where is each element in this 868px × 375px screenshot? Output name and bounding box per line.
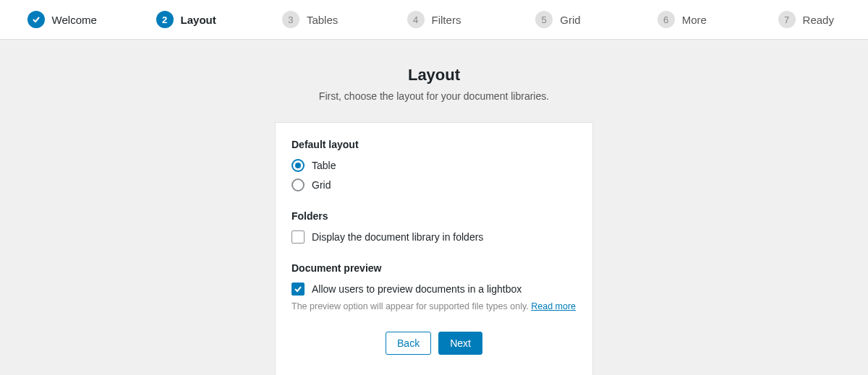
step-number: 5 [535, 11, 553, 28]
step-filters[interactable]: 4 Filters [372, 11, 495, 28]
check-icon [27, 11, 45, 28]
next-button[interactable]: Next [438, 332, 482, 355]
section-title: Default layout [292, 139, 576, 150]
button-row: Back Next [292, 332, 576, 355]
read-more-link[interactable]: Read more [531, 301, 576, 311]
radio-icon [292, 159, 305, 172]
step-layout[interactable]: 2 Layout [124, 11, 247, 28]
step-label: Tables [307, 14, 338, 26]
back-button[interactable]: Back [386, 332, 431, 355]
step-number: 3 [282, 11, 299, 28]
section-title: Document preview [292, 262, 576, 274]
preview-section: Document preview Allow users to preview … [292, 262, 576, 311]
step-welcome[interactable]: Welcome [0, 11, 124, 28]
section-title: Folders [292, 210, 576, 222]
step-label: Ready [803, 14, 834, 26]
step-grid[interactable]: 5 Grid [496, 11, 620, 28]
page-content: Layout First, choose the layout for your… [0, 40, 868, 375]
step-number: 2 [156, 11, 174, 28]
default-layout-section: Default layout Table Grid [292, 139, 576, 191]
check-icon [292, 283, 305, 296]
step-label: Filters [432, 14, 461, 26]
step-label: More [682, 14, 707, 26]
checkbox-icon [292, 230, 305, 243]
step-label: Welcome [52, 14, 97, 26]
step-label: Layout [181, 14, 216, 26]
page-subtitle: First, choose the layout for your docume… [0, 90, 868, 102]
step-ready[interactable]: 7 Ready [744, 11, 868, 28]
settings-card: Default layout Table Grid Folders Displa… [275, 122, 593, 375]
checkbox-folders[interactable]: Display the document library in folders [292, 230, 576, 243]
helper-text-body: The preview option will appear for suppo… [292, 301, 531, 311]
helper-text: The preview option will appear for suppo… [292, 301, 576, 311]
radio-icon [292, 178, 305, 191]
step-number: 7 [778, 11, 796, 28]
step-tables[interactable]: 3 Tables [248, 11, 372, 28]
step-number: 4 [407, 11, 425, 28]
step-label: Grid [560, 14, 580, 26]
step-more[interactable]: 6 More [620, 11, 744, 28]
radio-table[interactable]: Table [292, 159, 576, 172]
folders-section: Folders Display the document library in … [292, 210, 576, 243]
radio-label: Table [312, 160, 336, 171]
radio-grid[interactable]: Grid [292, 178, 576, 191]
step-number: 6 [658, 11, 675, 28]
checkbox-preview[interactable]: Allow users to preview documents in a li… [292, 283, 576, 296]
radio-label: Grid [312, 179, 331, 191]
page-title: Layout [0, 66, 868, 85]
stepper: Welcome 2 Layout 3 Tables 4 Filters 5 Gr… [0, 0, 868, 40]
checkbox-label: Allow users to preview documents in a li… [312, 283, 522, 295]
checkbox-label: Display the document library in folders [312, 231, 483, 243]
